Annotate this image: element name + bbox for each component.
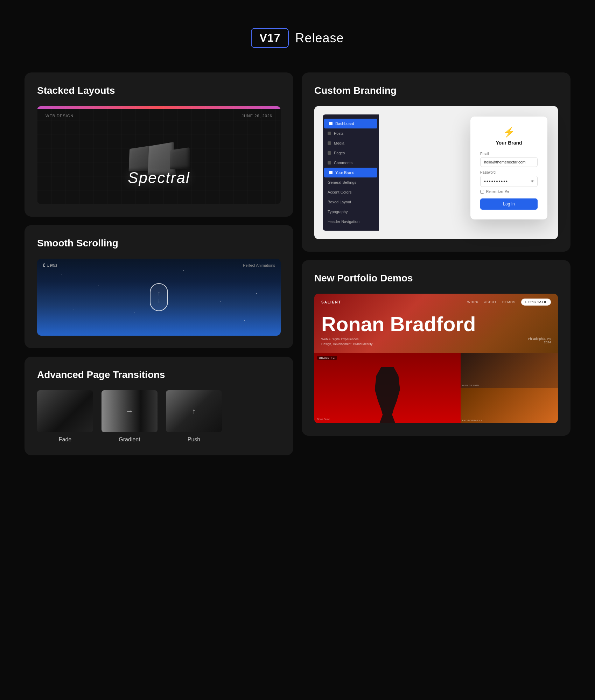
custom-branding-card: Custom Branding Dashboard Posts Media <box>302 72 570 252</box>
stacked-meta-left: WEB DESIGN <box>46 114 74 118</box>
remember-me: Remember Me <box>480 190 538 194</box>
portfolio-logo: SALIENT <box>321 300 341 304</box>
cube-3 <box>170 147 190 169</box>
dashboard-label: Dashboard <box>335 121 354 126</box>
thumb-photography-label: PHOTOGRAPHY <box>462 419 483 421</box>
email-input[interactable] <box>480 157 538 167</box>
sidebar-pages[interactable]: Pages <box>323 148 379 158</box>
media-label: Media <box>334 141 344 145</box>
portfolio-image-row: BRANDING Neon Grove WEB DESIGN PHOTOGRAP… <box>314 353 558 423</box>
scroll-preview: ℰ Lenis Perfect Animations ↑ <box>37 259 281 336</box>
release-text: Release <box>295 31 344 46</box>
nav-work[interactable]: WORK <box>467 300 478 304</box>
desc-line1: Web & Digital Experiences <box>321 337 373 342</box>
nav-about[interactable]: ABOUT <box>484 300 497 304</box>
nav-demos[interactable]: DEMOS <box>502 300 516 304</box>
portfolio-sub: Web & Digital Experiences Design, Develo… <box>314 334 558 349</box>
portfolio-silhouette <box>372 367 403 423</box>
sidebar-header-nav[interactable]: Header Navigation <box>323 217 379 226</box>
your-brand-icon <box>329 171 332 174</box>
sidebar-your-brand[interactable]: Your Brand <box>324 168 377 177</box>
fade-label: Fade <box>59 436 71 443</box>
posts-label: Posts <box>334 131 344 135</box>
desc-line2: Design, Development, Brand Identity <box>321 342 373 347</box>
brand-lightning-icon: ⚡ <box>480 126 538 138</box>
remember-checkbox[interactable] <box>480 190 484 194</box>
portfolio-hero: SALIENT WORK ABOUT DEMOS LET'S TALK Rona… <box>314 294 558 423</box>
lenis-label: Lenis <box>47 263 57 268</box>
push-thumb: ↑ <box>166 390 222 432</box>
portfolio-location: Philadelphia, PA 2024 <box>528 337 551 346</box>
wp-sidebar: Dashboard Posts Media Pages <box>323 114 379 231</box>
gradient-label: Gradient <box>119 436 140 443</box>
branding-preview: Dashboard Posts Media Pages <box>314 106 558 239</box>
portfolio-thumbs-col: WEB DESIGN PHOTOGRAPHY <box>461 353 558 423</box>
left-column: Stacked Layouts WEB DESIGN JUNE 26, 2026… <box>24 72 293 455</box>
stacked-top-bar <box>37 106 281 109</box>
page-transitions-title: Advanced Page Transitions <box>37 369 281 380</box>
portfolio-demos-card: New Portfolio Demos SALIENT WORK ABOUT D… <box>302 260 570 436</box>
thumb-webdesign: WEB DESIGN <box>461 353 558 388</box>
stacked-meta: WEB DESIGN JUNE 26, 2026 <box>37 114 281 118</box>
version-badge: V17 <box>251 28 289 48</box>
portfolio-preview: SALIENT WORK ABOUT DEMOS LET'S TALK Rona… <box>314 294 558 423</box>
smooth-scrolling-title: Smooth Scrolling <box>37 238 281 249</box>
sidebar-accent-colors[interactable]: Accent Colors <box>323 187 379 197</box>
portfolio-demos-title: New Portfolio Demos <box>314 273 558 284</box>
typography-label: Typography <box>328 210 348 214</box>
comments-icon <box>328 161 331 164</box>
sidebar-posts[interactable]: Posts <box>323 128 379 138</box>
portfolio-nav-links: WORK ABOUT DEMOS LET'S TALK <box>467 299 551 306</box>
sidebar-typography[interactable]: Typography <box>323 207 379 217</box>
portfolio-nav: SALIENT WORK ABOUT DEMOS LET'S TALK <box>314 294 558 310</box>
stacked-layouts-title: Stacked Layouts <box>37 85 281 96</box>
password-wrap: 👁 <box>480 176 538 187</box>
transition-push: ↑ Push <box>166 390 222 443</box>
sidebar-dashboard[interactable]: Dashboard <box>324 119 377 128</box>
scroll-arrow-down-icon: ↓ <box>158 298 160 303</box>
right-column: Custom Branding Dashboard Posts Media <box>302 72 570 455</box>
neon-grove-label: Neon Grove <box>317 418 330 420</box>
posts-icon <box>328 132 331 135</box>
comments-label: Comments <box>334 161 352 165</box>
perfect-animations-label: Perfect Animations <box>243 263 275 267</box>
page-header: V17 Release <box>251 28 344 48</box>
general-settings-label: General Settings <box>328 180 356 184</box>
location-text: Philadelphia, PA <box>528 337 551 341</box>
lenis-logo: ℰ Lenis <box>43 263 57 268</box>
media-icon <box>328 141 331 145</box>
push-arrow-icon: ↑ <box>192 407 196 416</box>
gradient-arrow-icon: → <box>126 407 133 416</box>
password-input[interactable] <box>480 176 538 187</box>
sidebar-comments[interactable]: Comments <box>323 158 379 168</box>
your-brand-label: Your Brand <box>335 170 355 175</box>
feature-grid: Stacked Layouts WEB DESIGN JUNE 26, 2026… <box>24 72 570 455</box>
lets-talk-button[interactable]: LET'S TALK <box>521 299 551 306</box>
sidebar-media[interactable]: Media <box>323 138 379 148</box>
boxed-layout-label: Boxed Layout <box>328 200 351 204</box>
year-text: 2024 <box>528 341 551 344</box>
stacked-meta-right: JUNE 26, 2026 <box>241 114 272 118</box>
thumb-photography: PHOTOGRAPHY <box>461 388 558 423</box>
lenis-icon: ℰ <box>43 263 45 268</box>
dashboard-icon <box>329 122 332 125</box>
sidebar-general-settings[interactable]: General Settings <box>323 177 379 187</box>
custom-branding-title: Custom Branding <box>314 85 558 96</box>
password-label: Password <box>480 170 538 174</box>
pages-label: Pages <box>334 151 345 155</box>
thumb-webdesign-label: WEB DESIGN <box>462 384 479 386</box>
brand-name: Your Brand <box>480 140 538 146</box>
fade-thumb <box>37 390 93 432</box>
email-label: Email <box>480 152 538 156</box>
eye-icon[interactable]: 👁 <box>531 179 535 184</box>
remember-label: Remember Me <box>486 190 509 194</box>
stacked-layouts-card: Stacked Layouts WEB DESIGN JUNE 26, 2026… <box>24 72 293 217</box>
portfolio-desc: Web & Digital Experiences Design, Develo… <box>321 337 373 346</box>
page-transitions-card: Advanced Page Transitions Fade → Gradien… <box>24 357 293 455</box>
login-button[interactable]: Log In <box>480 198 538 210</box>
transition-gradient: → Gradient <box>102 390 158 443</box>
login-modal: ⚡ Your Brand Email Password 👁 Remember M… <box>470 117 547 219</box>
stacked-preview: WEB DESIGN JUNE 26, 2026 Spectral <box>37 106 281 204</box>
scroll-icon: ↑ ↓ <box>150 283 168 311</box>
sidebar-boxed-layout[interactable]: Boxed Layout <box>323 197 379 207</box>
